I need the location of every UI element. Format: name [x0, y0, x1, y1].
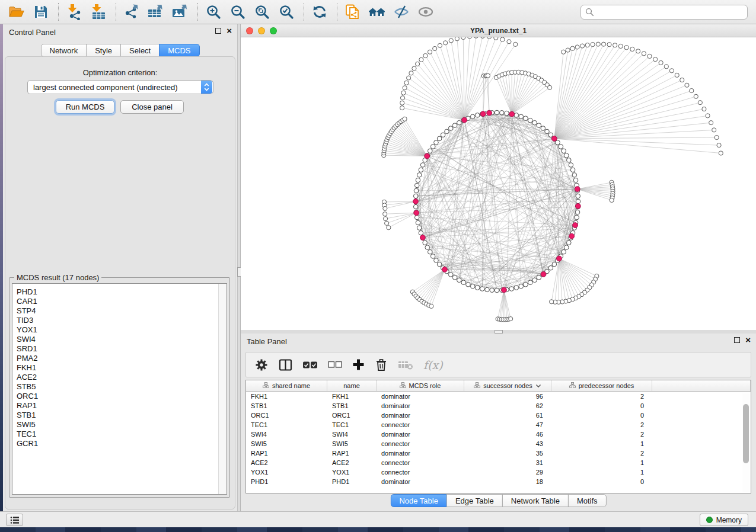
mcds-result-item[interactable]: PHD1	[12, 287, 227, 297]
column-header-predecessor-nodes[interactable]: predecessor nodes	[551, 380, 652, 391]
hide-selected-icon[interactable]	[392, 2, 411, 21]
select-all-rows-icon[interactable]	[302, 361, 318, 369]
deselect-all-rows-icon[interactable]	[328, 361, 342, 368]
column-header-MCDS-role[interactable]: MCDS role	[377, 380, 464, 391]
hierarchy-icon	[400, 382, 406, 389]
list-scrollbar-track[interactable]	[218, 284, 227, 494]
cell: SWI5	[246, 439, 327, 448]
search-field[interactable]	[580, 5, 748, 20]
search-input[interactable]	[594, 7, 747, 18]
tab-edge-table[interactable]: Edge Table	[446, 494, 503, 507]
first-neighbors-icon[interactable]	[368, 2, 387, 21]
save-session-icon[interactable]	[31, 2, 50, 21]
close-panel-icon[interactable]: ×	[745, 336, 751, 344]
table-row[interactable]: FKH1FKH1dominator962	[246, 392, 751, 401]
mcds-result-item[interactable]: CAR1	[12, 297, 227, 306]
table-row[interactable]: STB1STB1dominator620	[246, 401, 751, 411]
mcds-result-item[interactable]: SWI5	[12, 420, 227, 430]
zoom-fit-icon[interactable]	[253, 2, 272, 21]
toolbar-separator	[337, 3, 337, 21]
split-panel-icon[interactable]	[279, 358, 292, 371]
table-row[interactable]: ORC1ORC1dominator610	[246, 411, 751, 420]
toolbar-separator	[58, 3, 59, 21]
mcds-result-item[interactable]: SWI4	[12, 335, 227, 344]
mcds-result-item[interactable]: RAP1	[12, 401, 227, 411]
tab-network-table[interactable]: Network Table	[502, 494, 569, 507]
show-all-icon[interactable]	[416, 2, 435, 21]
export-table-icon[interactable]	[146, 2, 165, 21]
zoom-in-icon[interactable]	[204, 2, 223, 21]
table-scrollbar[interactable]	[742, 393, 749, 492]
open-file-icon[interactable]	[7, 2, 26, 21]
float-panel-icon[interactable]	[734, 337, 740, 343]
mcds-result-item[interactable]: SRD1	[12, 344, 227, 354]
export-network-icon[interactable]	[122, 2, 141, 21]
memory-button[interactable]: Memory	[700, 514, 748, 526]
cell: 0	[551, 477, 652, 486]
table-row[interactable]: SWI4SWI4dominator462	[246, 430, 751, 439]
table-settings-icon[interactable]	[254, 358, 269, 372]
refresh-view-icon[interactable]	[310, 2, 329, 21]
mcds-result-item[interactable]: TEC1	[12, 430, 227, 439]
mcds-result-item[interactable]: PMA2	[12, 354, 227, 363]
task-list-icon	[10, 516, 20, 524]
table-row[interactable]: SWI5SWI5connector431	[246, 439, 751, 448]
column-header-successor-nodes[interactable]: successor nodes	[464, 380, 551, 391]
mcds-result-item[interactable]: FKH1	[12, 363, 227, 373]
cell: STB1	[246, 401, 327, 411]
add-column-icon[interactable]	[352, 358, 365, 371]
mcds-result-item[interactable]: STB1	[12, 411, 227, 420]
tab-node-table[interactable]: Node Table	[390, 494, 447, 507]
mcds-result-item[interactable]: STP4	[12, 306, 227, 316]
zoom-selected-icon[interactable]	[277, 2, 296, 21]
task-history-button[interactable]	[6, 514, 23, 526]
cell: RAP1	[327, 448, 377, 458]
status-bar: Memory	[0, 511, 756, 527]
tab-select[interactable]: Select	[120, 44, 160, 57]
delete-column-icon[interactable]	[375, 358, 388, 371]
tab-motifs[interactable]: Motifs	[568, 494, 607, 507]
table-row[interactable]: RAP1RAP1dominator352	[246, 448, 751, 458]
column-header-name[interactable]: name	[327, 380, 377, 391]
criterion-dropdown[interactable]: largest connected component (undirected)	[27, 80, 213, 94]
close-panel-icon[interactable]: ×	[227, 27, 232, 34]
table-row[interactable]: TEC1TEC1connector472	[246, 420, 751, 430]
tab-style[interactable]: Style	[86, 44, 121, 57]
close-panel-button[interactable]: Close panel	[120, 100, 184, 114]
table-row[interactable]: ACE2ACE2connector311	[246, 458, 751, 467]
table-panel-title: Table Panel	[247, 337, 287, 346]
mcds-result-item[interactable]: YOX1	[12, 325, 227, 335]
import-network-icon[interactable]	[65, 2, 84, 21]
mcds-result-item[interactable]: TID3	[12, 316, 227, 325]
run-mcds-button[interactable]: Run MCDS	[56, 100, 114, 114]
cell: 2	[551, 392, 652, 401]
dropdown-stepper-icon	[201, 81, 212, 94]
table-row[interactable]: YOX1YOX1connector291	[246, 467, 751, 477]
cell: STB1	[327, 401, 377, 411]
optimization-criterion-label: Optimization criterion:	[5, 68, 235, 77]
cell: 2	[551, 430, 652, 439]
clone-network-icon[interactable]	[343, 2, 362, 21]
cell: ORC1	[246, 411, 327, 420]
network-canvas[interactable]	[241, 37, 756, 330]
import-table-icon[interactable]	[89, 2, 108, 21]
tab-mcds[interactable]: MCDS	[159, 44, 199, 57]
cell: 1	[551, 458, 652, 467]
table-scrollbar-thumb[interactable]	[743, 404, 749, 463]
float-panel-icon[interactable]	[215, 28, 221, 34]
control-panel: Control Panel × NetworkStyleSelectMCDS O…	[3, 24, 237, 511]
tab-network[interactable]: Network	[40, 44, 87, 57]
table-toolbar: f(x)	[245, 352, 751, 377]
cell: 0	[551, 411, 652, 420]
table-row[interactable]: PHD1PHD1dominator180	[246, 477, 751, 486]
column-header-shared-name[interactable]: shared name	[246, 380, 327, 391]
mcds-result-item[interactable]: STB5	[12, 382, 227, 392]
mcds-result-item[interactable]: GCR1	[12, 439, 227, 448]
cell: 0	[551, 401, 652, 411]
export-image-icon[interactable]	[171, 2, 190, 21]
cell: RAP1	[246, 448, 327, 458]
mcds-result-list[interactable]: PHD1CAR1STP4TID3YOX1SWI4SRD1PMA2FKH1ACE2…	[12, 283, 227, 495]
zoom-out-icon[interactable]	[228, 2, 247, 21]
mcds-result-item[interactable]: ORC1	[12, 392, 227, 401]
mcds-result-item[interactable]: ACE2	[12, 373, 227, 382]
